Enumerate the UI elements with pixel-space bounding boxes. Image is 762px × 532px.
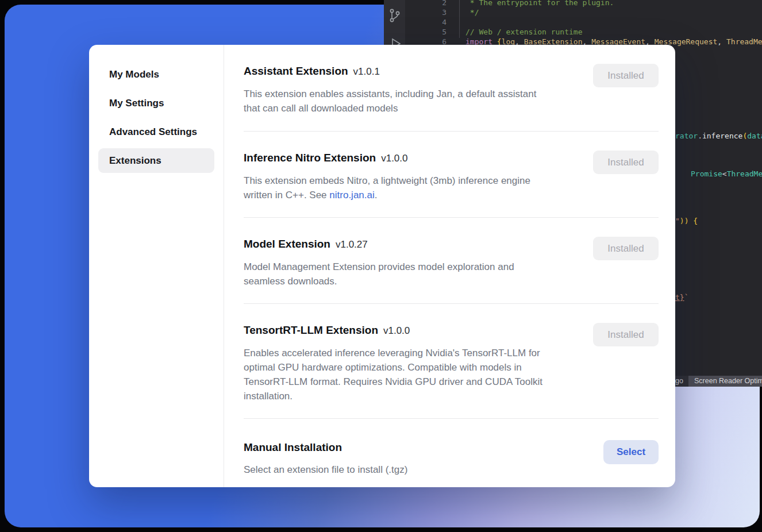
extension-name: TensortRT-LLM Extension	[244, 324, 378, 336]
extension-name: Assistant Extension	[244, 65, 348, 77]
description-text: This extension embeds Nitro, a lightweig…	[244, 175, 530, 201]
extension-version: v1.0.0	[383, 325, 410, 336]
code-editor-content[interactable]: 2 * The entrypoint for the plugin.3 */45…	[405, 0, 762, 47]
sidebar-item-my-settings[interactable]: My Settings	[98, 91, 214, 115]
extension-item-assistant: Assistant Extensionv1.0.1 This extension…	[244, 45, 659, 131]
nitro-jan-ai-link[interactable]: nitro.jan.ai	[329, 190, 374, 201]
desktop-background: 2 * The entrypoint for the plugin.3 */45…	[0, 0, 762, 532]
extension-description: Model Management Extension provides mode…	[244, 260, 582, 288]
extension-version: v1.0.0	[381, 153, 407, 164]
installed-button[interactable]: Installed	[593, 64, 659, 87]
source-control-icon[interactable]	[388, 8, 402, 23]
extension-description: This extension embeds Nitro, a lightweig…	[244, 174, 582, 202]
extension-name: Model Extension	[244, 238, 330, 250]
settings-modal: My Models My Settings Advanced Settings …	[89, 45, 675, 487]
screen-reader-optimized-status[interactable]: Screen Reader Optimized	[688, 376, 762, 387]
sidebar-item-my-models[interactable]: My Models	[98, 62, 214, 87]
extension-description: This extension enables assistants, inclu…	[244, 87, 582, 115]
description-text: .	[375, 190, 378, 201]
sidebar-item-label: My Models	[109, 69, 159, 80]
select-file-button[interactable]: Select	[603, 440, 659, 464]
extension-title: Model Extensionv1.0.27	[244, 237, 582, 252]
status-bar-fragment: go	[675, 377, 683, 385]
manual-installation-row: Manual Installation Select an extension …	[244, 418, 659, 487]
sidebar-item-extensions[interactable]: Extensions	[98, 148, 214, 173]
extension-version: v1.0.1	[353, 66, 380, 77]
installed-button[interactable]: Installed	[593, 151, 659, 174]
extension-title: Assistant Extensionv1.0.1	[244, 64, 582, 79]
sidebar-item-label: Extensions	[109, 155, 161, 167]
sidebar-item-advanced-settings[interactable]: Advanced Settings	[98, 119, 214, 144]
extensions-list: Assistant Extensionv1.0.1 This extension…	[224, 45, 675, 487]
installed-button[interactable]: Installed	[593, 237, 659, 260]
installed-button[interactable]: Installed	[593, 323, 659, 346]
extension-title: TensortRT-LLM Extensionv1.0.0	[244, 323, 582, 338]
manual-installation-description: Select an extension file to install (.tg…	[244, 462, 583, 477]
manual-installation-title: Manual Installation	[244, 440, 592, 455]
settings-sidebar: My Models My Settings Advanced Settings …	[89, 45, 224, 487]
extension-name: Inference Nitro Extension	[244, 152, 376, 164]
extension-item-inference-nitro: Inference Nitro Extensionv1.0.0 This ext…	[244, 131, 659, 217]
extension-description: Enables accelerated inference leveraging…	[244, 346, 582, 403]
extension-version: v1.0.27	[336, 239, 368, 250]
extension-title: Inference Nitro Extensionv1.0.0	[244, 151, 582, 166]
extension-item-tensorrt-llm: TensortRT-LLM Extensionv1.0.0 Enables ac…	[244, 303, 659, 418]
sidebar-item-label: My Settings	[109, 98, 164, 109]
sidebar-item-label: Advanced Settings	[109, 126, 197, 138]
extension-item-model: Model Extensionv1.0.27 Model Management …	[244, 217, 659, 303]
